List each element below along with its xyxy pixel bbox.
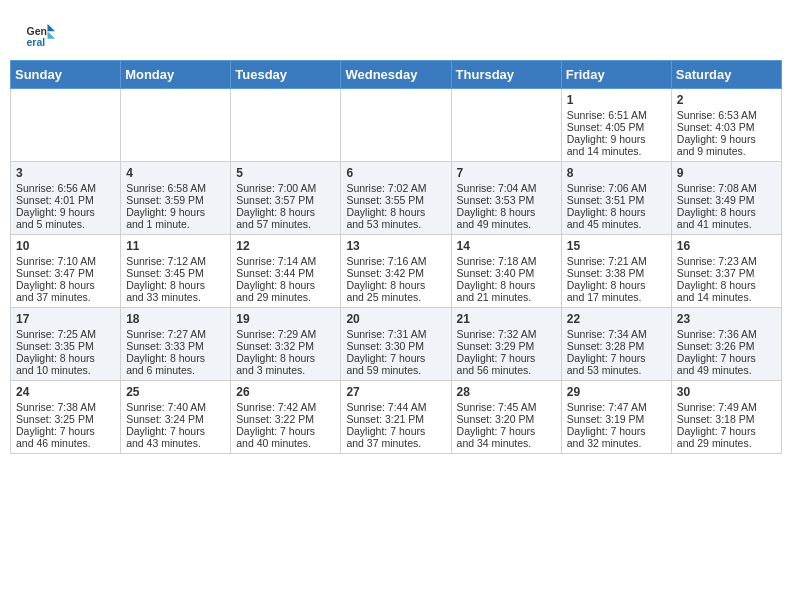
calendar-cell: 2Sunrise: 6:53 AMSunset: 4:03 PMDaylight… bbox=[671, 89, 781, 162]
weekday-header-friday: Friday bbox=[561, 61, 671, 89]
day-info: Daylight: 8 hours and 53 minutes. bbox=[346, 206, 445, 230]
day-number: 30 bbox=[677, 385, 776, 399]
calendar-cell: 5Sunrise: 7:00 AMSunset: 3:57 PMDaylight… bbox=[231, 162, 341, 235]
day-info: Daylight: 8 hours and 21 minutes. bbox=[457, 279, 556, 303]
day-number: 22 bbox=[567, 312, 666, 326]
day-info: Sunset: 3:59 PM bbox=[126, 194, 225, 206]
day-info: Sunset: 3:42 PM bbox=[346, 267, 445, 279]
day-info: Daylight: 8 hours and 6 minutes. bbox=[126, 352, 225, 376]
day-number: 11 bbox=[126, 239, 225, 253]
calendar-cell: 11Sunrise: 7:12 AMSunset: 3:45 PMDayligh… bbox=[121, 235, 231, 308]
day-info: Sunset: 3:24 PM bbox=[126, 413, 225, 425]
day-info: Sunrise: 7:10 AM bbox=[16, 255, 115, 267]
day-number: 28 bbox=[457, 385, 556, 399]
calendar-cell bbox=[341, 89, 451, 162]
weekday-header-row: SundayMondayTuesdayWednesdayThursdayFrid… bbox=[11, 61, 782, 89]
calendar-cell: 17Sunrise: 7:25 AMSunset: 3:35 PMDayligh… bbox=[11, 308, 121, 381]
day-number: 15 bbox=[567, 239, 666, 253]
day-info: Daylight: 7 hours and 53 minutes. bbox=[567, 352, 666, 376]
day-number: 29 bbox=[567, 385, 666, 399]
day-info: Sunset: 4:01 PM bbox=[16, 194, 115, 206]
weekday-header-tuesday: Tuesday bbox=[231, 61, 341, 89]
calendar-cell: 10Sunrise: 7:10 AMSunset: 3:47 PMDayligh… bbox=[11, 235, 121, 308]
day-number: 9 bbox=[677, 166, 776, 180]
day-info: Sunrise: 7:02 AM bbox=[346, 182, 445, 194]
calendar-cell: 12Sunrise: 7:14 AMSunset: 3:44 PMDayligh… bbox=[231, 235, 341, 308]
day-info: Daylight: 7 hours and 40 minutes. bbox=[236, 425, 335, 449]
day-info: Daylight: 8 hours and 25 minutes. bbox=[346, 279, 445, 303]
day-info: Daylight: 7 hours and 59 minutes. bbox=[346, 352, 445, 376]
day-info: Sunrise: 7:18 AM bbox=[457, 255, 556, 267]
day-info: Sunrise: 7:25 AM bbox=[16, 328, 115, 340]
day-number: 10 bbox=[16, 239, 115, 253]
day-number: 21 bbox=[457, 312, 556, 326]
day-number: 7 bbox=[457, 166, 556, 180]
day-number: 16 bbox=[677, 239, 776, 253]
day-info: Daylight: 8 hours and 37 minutes. bbox=[16, 279, 115, 303]
day-info: Sunrise: 7:14 AM bbox=[236, 255, 335, 267]
calendar-cell: 13Sunrise: 7:16 AMSunset: 3:42 PMDayligh… bbox=[341, 235, 451, 308]
day-info: Sunrise: 7:27 AM bbox=[126, 328, 225, 340]
day-number: 18 bbox=[126, 312, 225, 326]
day-info: Daylight: 9 hours and 1 minute. bbox=[126, 206, 225, 230]
day-info: Sunset: 3:57 PM bbox=[236, 194, 335, 206]
day-info: Daylight: 8 hours and 14 minutes. bbox=[677, 279, 776, 303]
day-number: 27 bbox=[346, 385, 445, 399]
day-info: Sunrise: 7:45 AM bbox=[457, 401, 556, 413]
day-info: Sunrise: 7:12 AM bbox=[126, 255, 225, 267]
day-info: Sunset: 4:03 PM bbox=[677, 121, 776, 133]
calendar-cell: 14Sunrise: 7:18 AMSunset: 3:40 PMDayligh… bbox=[451, 235, 561, 308]
day-info: Sunrise: 7:44 AM bbox=[346, 401, 445, 413]
day-info: Daylight: 7 hours and 29 minutes. bbox=[677, 425, 776, 449]
logo: Gen eral bbox=[25, 20, 59, 50]
day-info: Sunrise: 7:06 AM bbox=[567, 182, 666, 194]
day-info: Sunrise: 7:36 AM bbox=[677, 328, 776, 340]
day-info: Sunrise: 7:42 AM bbox=[236, 401, 335, 413]
day-info: Sunrise: 6:58 AM bbox=[126, 182, 225, 194]
calendar-week-row: 24Sunrise: 7:38 AMSunset: 3:25 PMDayligh… bbox=[11, 381, 782, 454]
day-info: Sunset: 3:30 PM bbox=[346, 340, 445, 352]
calendar-cell: 29Sunrise: 7:47 AMSunset: 3:19 PMDayligh… bbox=[561, 381, 671, 454]
calendar-cell: 19Sunrise: 7:29 AMSunset: 3:32 PMDayligh… bbox=[231, 308, 341, 381]
day-number: 4 bbox=[126, 166, 225, 180]
day-info: Sunrise: 6:53 AM bbox=[677, 109, 776, 121]
day-info: Sunset: 3:35 PM bbox=[16, 340, 115, 352]
day-info: Daylight: 8 hours and 57 minutes. bbox=[236, 206, 335, 230]
day-info: Sunset: 3:53 PM bbox=[457, 194, 556, 206]
calendar-cell: 28Sunrise: 7:45 AMSunset: 3:20 PMDayligh… bbox=[451, 381, 561, 454]
day-number: 19 bbox=[236, 312, 335, 326]
day-info: Sunset: 4:05 PM bbox=[567, 121, 666, 133]
day-info: Sunrise: 7:49 AM bbox=[677, 401, 776, 413]
day-info: Sunrise: 7:00 AM bbox=[236, 182, 335, 194]
day-number: 25 bbox=[126, 385, 225, 399]
day-info: Sunrise: 7:34 AM bbox=[567, 328, 666, 340]
day-info: Daylight: 8 hours and 10 minutes. bbox=[16, 352, 115, 376]
day-number: 24 bbox=[16, 385, 115, 399]
weekday-header-monday: Monday bbox=[121, 61, 231, 89]
day-info: Sunrise: 6:51 AM bbox=[567, 109, 666, 121]
calendar-cell: 22Sunrise: 7:34 AMSunset: 3:28 PMDayligh… bbox=[561, 308, 671, 381]
weekday-header-saturday: Saturday bbox=[671, 61, 781, 89]
day-info: Sunrise: 7:38 AM bbox=[16, 401, 115, 413]
day-info: Daylight: 8 hours and 49 minutes. bbox=[457, 206, 556, 230]
calendar-cell: 7Sunrise: 7:04 AMSunset: 3:53 PMDaylight… bbox=[451, 162, 561, 235]
day-info: Sunrise: 7:31 AM bbox=[346, 328, 445, 340]
day-info: Daylight: 7 hours and 34 minutes. bbox=[457, 425, 556, 449]
day-info: Sunset: 3:38 PM bbox=[567, 267, 666, 279]
calendar-cell: 24Sunrise: 7:38 AMSunset: 3:25 PMDayligh… bbox=[11, 381, 121, 454]
day-number: 2 bbox=[677, 93, 776, 107]
day-info: Sunset: 3:25 PM bbox=[16, 413, 115, 425]
day-info: Sunrise: 7:47 AM bbox=[567, 401, 666, 413]
weekday-header-sunday: Sunday bbox=[11, 61, 121, 89]
day-info: Sunset: 3:33 PM bbox=[126, 340, 225, 352]
day-info: Daylight: 7 hours and 32 minutes. bbox=[567, 425, 666, 449]
day-info: Daylight: 9 hours and 14 minutes. bbox=[567, 133, 666, 157]
calendar-cell bbox=[451, 89, 561, 162]
day-info: Sunrise: 7:32 AM bbox=[457, 328, 556, 340]
day-info: Sunrise: 7:29 AM bbox=[236, 328, 335, 340]
day-info: Sunset: 3:26 PM bbox=[677, 340, 776, 352]
calendar-cell: 4Sunrise: 6:58 AMSunset: 3:59 PMDaylight… bbox=[121, 162, 231, 235]
calendar-cell: 20Sunrise: 7:31 AMSunset: 3:30 PMDayligh… bbox=[341, 308, 451, 381]
calendar-cell bbox=[231, 89, 341, 162]
calendar-cell: 1Sunrise: 6:51 AMSunset: 4:05 PMDaylight… bbox=[561, 89, 671, 162]
